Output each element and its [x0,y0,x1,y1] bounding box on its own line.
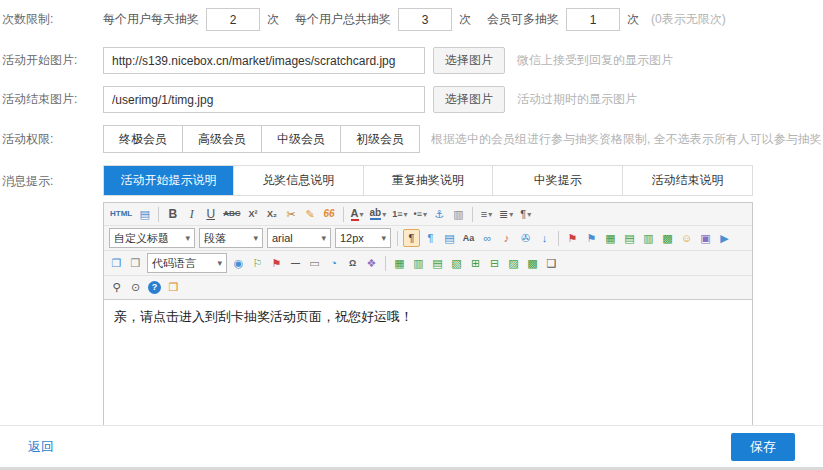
subscript-icon[interactable]: X₂ [264,205,281,223]
html-source-icon[interactable]: HTML [108,205,134,223]
help-icon[interactable]: ? [146,279,163,297]
emoticon-icon[interactable]: ☺ [678,229,695,247]
daily-draw-limit: 每个用户每天抽奖 次 [103,8,279,31]
italic-icon[interactable]: I [183,205,200,223]
limit-input[interactable] [566,8,620,31]
toolbar-dropdown-label: 代码语言 [152,256,196,271]
toolbar-separator [385,256,386,271]
toolbar-button-glyph: ? [148,281,161,294]
font-family-dropdown[interactable]: arial [267,228,331,248]
end-image-url-input[interactable] [103,86,425,113]
editor-content[interactable]: 亲，请点击进入到刮卡抽奖活动页面，祝您好运哦！ [104,300,752,428]
indent-dropdown[interactable]: ≡ [478,205,495,223]
horizontal-rule-icon[interactable]: — [287,254,304,272]
start-image-select-button[interactable]: 选择图片 [433,47,505,74]
search-icon[interactable]: ⚲ [108,279,125,297]
table-insert-icon[interactable]: ▦ [602,229,619,247]
underline-icon[interactable]: U [202,205,219,223]
paragraph-spacing-dropdown[interactable]: ¶ [517,205,534,223]
toolbar-button-glyph: ¶ [520,209,526,220]
bold-icon[interactable]: B [164,205,181,223]
toolbar-button-glyph: ▩ [662,233,672,244]
toolbar-button-glyph: ◉ [234,258,244,269]
preview-icon[interactable]: ▤ [136,205,153,223]
chart-icon[interactable]: ❖ [363,254,380,272]
member-level-middle-button[interactable]: 中级会员 [261,125,341,153]
toolbar-button-glyph: ♪ [504,233,510,244]
flag-red-icon[interactable]: ⚑ [564,229,581,247]
date-time-icon[interactable]: ◔ [325,254,342,272]
preview-html-icon[interactable]: ❒ [127,254,144,272]
link-icon[interactable]: ∞ [479,229,496,247]
baidu-map-icon[interactable]: ⚑ [268,254,285,272]
table-grid-icon[interactable]: ▩ [659,229,676,247]
table-insert-row-icon[interactable]: ▦ [391,254,408,272]
highlight-color-dropdown[interactable]: ab [368,205,389,223]
tab-activity-start-tip[interactable]: 活动开始提示说明 [104,166,234,195]
ruler-icon[interactable]: ▭ [306,254,323,272]
tab-activity-end[interactable]: 活动结束说明 [623,166,752,195]
toolbar-separator [343,207,344,222]
toolbar-button-glyph: ❖ [367,258,377,269]
code-language-dropdown[interactable]: 代码语言 [147,253,227,273]
unordered-list-dropdown[interactable]: •≡ [412,205,429,223]
find-replace-icon[interactable]: ⊙ [127,279,144,297]
media-icon[interactable]: ♪ [498,229,515,247]
ordered-list-dropdown[interactable]: 1≡ [390,205,409,223]
superscript-icon[interactable]: X² [245,205,262,223]
cell-props-icon[interactable]: ▥ [640,229,657,247]
remove-format-icon[interactable]: ✂ [283,205,300,223]
limit-input[interactable] [206,8,260,31]
paragraph-direction-rtl-icon[interactable]: ¶ [422,229,439,247]
end-image-select-button[interactable]: 选择图片 [433,86,505,113]
table-delete-row-icon[interactable]: ▤ [429,254,446,272]
start-image-url-input[interactable] [103,47,425,74]
toolbar-button-glyph: X² [249,210,258,219]
table-insert-col-icon[interactable]: ▥ [410,254,427,272]
map-icon[interactable]: ⚐ [249,254,266,272]
tab-repeat-draw[interactable]: 重复抽奖说明 [364,166,494,195]
limit-input[interactable] [398,8,452,31]
table-split-cells-icon[interactable]: ⊟ [486,254,503,272]
message-label: 消息提示: [2,165,103,190]
font-color-dropdown[interactable]: A [349,205,366,223]
new-page-icon[interactable]: ❐ [108,254,125,272]
toolbar-button-glyph: Aa [463,234,475,243]
image-icon[interactable]: ▣ [697,229,714,247]
table-header-icon[interactable]: ▨ [505,254,522,272]
toolbar-button-glyph: I [190,208,194,220]
table-delete-icon[interactable]: ▩ [524,254,541,272]
table-props-icon[interactable]: ▤ [621,229,638,247]
paste-plain-icon[interactable]: ❐ [165,279,182,297]
member-level-ultimate-button[interactable]: 终极会员 [103,125,183,153]
special-char-icon[interactable]: Ω [344,254,361,272]
line-height-dropdown[interactable]: ≣ [497,205,515,223]
back-link[interactable]: 返回 [28,438,54,456]
insert-download-icon[interactable]: ↓ [536,229,553,247]
member-level-senior-button[interactable]: 高级会员 [182,125,262,153]
heading-style-dropdown[interactable]: 自定义标题 [109,228,195,248]
paste-word-icon[interactable]: ▤ [441,229,458,247]
format-painter-icon[interactable]: ✎ [302,205,319,223]
blockquote-icon[interactable]: 66 [321,205,338,223]
member-extra-draw-limit: 会员可多抽奖 次 [487,8,639,31]
anchor-icon[interactable]: ⚓ [431,205,448,223]
tab-redeem-info[interactable]: 兑奖信息说明 [234,166,364,195]
video-icon[interactable]: ▶ [716,229,733,247]
table-delete-col-icon[interactable]: ▧ [448,254,465,272]
strikethrough-icon[interactable]: ABC [221,205,242,223]
print-icon[interactable]: ❑ [543,254,560,272]
insert-code-icon[interactable]: ◉ [230,254,247,272]
page-props-icon[interactable]: ▥ [450,205,467,223]
paragraph-direction-ltr-icon[interactable]: ¶ [403,229,420,247]
tab-win-tip[interactable]: 中奖提示 [493,166,623,195]
permission-hint: 根据选中的会员组进行参与抽奖资格限制, 全不选表示所有人可以参与抽奖 [431,131,822,148]
member-level-junior-button[interactable]: 初级会员 [340,125,420,153]
save-button[interactable]: 保存 [731,433,795,461]
table-merge-cells-icon[interactable]: ⊞ [467,254,484,272]
paragraph-format-dropdown[interactable]: 段落 [199,228,263,248]
font-size-dropdown[interactable]: 12px [335,228,391,248]
attachment-icon[interactable]: ✇ [517,229,534,247]
letter-case-icon[interactable]: Aa [460,229,477,247]
flag-blue-icon[interactable]: ⚑ [583,229,600,247]
